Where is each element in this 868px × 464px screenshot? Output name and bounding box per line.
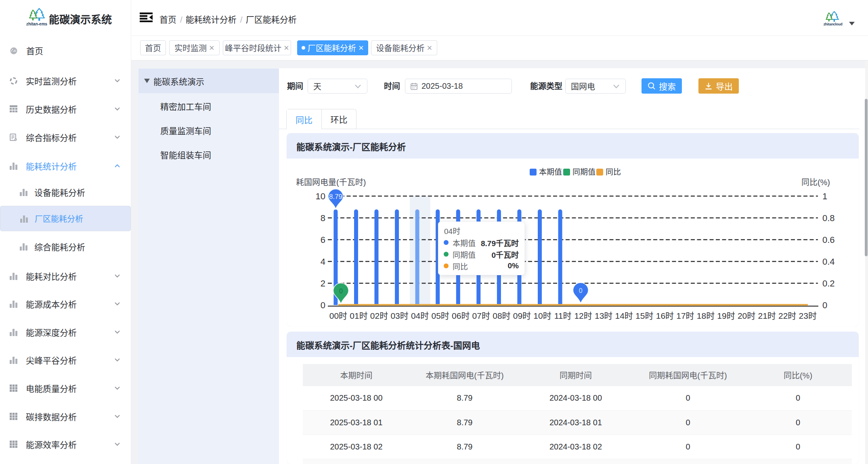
svg-text:14时: 14时 [615,311,633,320]
svg-text:04时: 04时 [411,311,429,320]
svg-text:同比: 同比 [606,168,621,176]
svg-text:1: 1 [822,191,827,201]
svg-text:18时: 18时 [697,311,715,320]
svg-text:0: 0 [339,288,343,295]
svg-text:8: 8 [321,213,325,223]
svg-text:08时: 08时 [493,311,510,320]
svg-text:8.79: 8.79 [329,193,342,201]
svg-text:10时: 10时 [533,311,551,320]
svg-text:07时: 07时 [472,311,490,320]
svg-text:05时: 05时 [432,311,449,320]
svg-text:同比(%): 同比(%) [801,178,830,187]
svg-text:23时: 23时 [799,311,817,320]
svg-text:09时: 09时 [513,311,531,320]
svg-text:17时: 17时 [676,311,694,320]
svg-text:0.2: 0.2 [822,278,835,288]
svg-text:11时: 11时 [554,311,572,320]
svg-text:0.4: 0.4 [822,257,835,267]
svg-text:0: 0 [321,300,325,310]
svg-text:6: 6 [321,235,325,245]
svg-text:21时: 21时 [758,311,776,320]
svg-text:13时: 13时 [595,311,612,320]
svg-text:本期值: 本期值 [539,168,562,176]
svg-text:0.6: 0.6 [822,235,835,245]
svg-text:10: 10 [316,191,325,201]
svg-text:20时: 20时 [738,311,755,320]
svg-text:02时: 02时 [370,311,388,320]
svg-text:0: 0 [579,287,583,294]
svg-text:06时: 06时 [452,311,470,320]
svg-text:22时: 22时 [778,311,796,320]
svg-text:12时: 12时 [574,311,592,320]
svg-text:00时: 00时 [329,311,347,320]
svg-text:19时: 19时 [717,311,735,320]
svg-text:2: 2 [321,278,325,288]
svg-text:4: 4 [321,257,325,267]
svg-text:03时: 03时 [390,311,408,320]
svg-text:15时: 15时 [635,311,653,320]
svg-text:16时: 16时 [656,311,674,320]
svg-text:耗国网电量(千瓦时): 耗国网电量(千瓦时) [296,178,366,187]
svg-text:同期值: 同期值 [572,168,595,176]
svg-text:0: 0 [822,300,827,310]
svg-text:0.8: 0.8 [822,213,835,223]
svg-text:01时: 01时 [350,311,367,320]
